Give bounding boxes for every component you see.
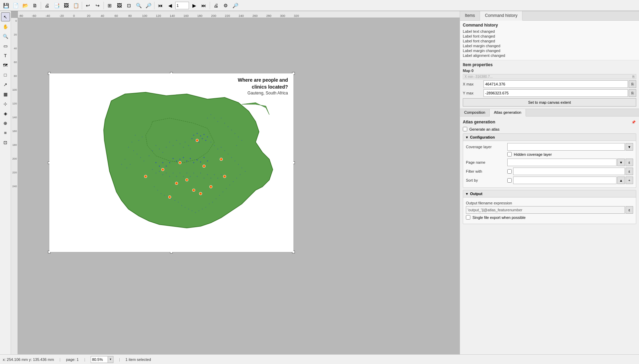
page-name-expr-btn[interactable]: ε [626,159,633,166]
print-button[interactable]: 🖨 [42,1,51,10]
filter-with-input[interactable] [513,168,625,175]
save-as-button[interactable]: 🗎 [30,1,39,10]
hidden-coverage-label[interactable]: Hidden coverage layer [514,152,552,156]
ruler-mark: 0 [73,14,75,18]
zoom-tool-button[interactable]: 🔍 [1,32,10,41]
coverage-layer-input[interactable] [507,143,625,151]
x-max-copy-btn[interactable]: ⎘ [629,80,636,88]
x-max-input[interactable] [483,80,628,88]
output-filename-label: Output filename expression [466,201,633,205]
atlas-pin-button[interactable]: 📌 [631,119,636,125]
svg-point-15 [180,143,180,144]
atlas-prev-button[interactable]: ◀ [166,1,174,10]
svg-point-134 [238,136,239,137]
map-frame[interactable]: Where are people and clinics located? Ga… [49,73,294,252]
add-label-button[interactable]: T [1,51,10,60]
atlas-settings-button[interactable]: ⚙ [221,1,230,10]
group-button[interactable]: ⊡ [1,138,10,147]
map-canvas[interactable]: Where are people and clinics located? Ga… [18,18,460,354]
zoom-out-button[interactable]: 🔎 [144,1,153,10]
atlas-generation-tab[interactable]: Atlas generation [490,109,526,117]
coverage-layer-dropdown-btn[interactable]: ▼ [626,143,633,151]
svg-point-41 [169,162,170,163]
sort-up-btn[interactable]: ▲ [617,176,625,184]
svg-point-76 [144,175,147,178]
add-shape-button[interactable]: □ [1,70,10,79]
hidden-coverage-checkbox[interactable] [507,152,512,156]
export-svg-button[interactable]: 📋 [71,1,80,10]
output-body: Output filename expression ε Single file… [463,198,636,224]
canvas-area[interactable]: -80 -60 -40 -20 0 20 40 60 80 100 120 14… [11,11,460,354]
sort-by-checkbox[interactable] [507,178,512,183]
cmd-item-1[interactable]: Label font changed [463,34,636,39]
page-name-input[interactable] [507,159,617,166]
items-tab[interactable]: Items [460,11,480,20]
filter-with-checkbox[interactable] [507,169,512,174]
output-filename-input[interactable] [466,206,625,214]
save-button[interactable]: 💾 [1,1,10,10]
single-file-label[interactable]: Single file export when possible [472,215,526,220]
zoom-arrow-btn[interactable]: ▼ [108,356,113,363]
edit-nodes-button[interactable]: ◈ [1,109,10,118]
redo-button[interactable]: ↪ [93,1,102,10]
generate-atlas-label[interactable]: Generate an atlas [469,127,499,131]
sort-down-btn[interactable]: + [626,176,633,184]
cmd-item-5[interactable]: Label alignment changed [463,53,636,58]
zoom-in-button[interactable]: 🔍 [134,1,143,10]
x-min-copy-btn[interactable]: ⎘ [632,75,635,79]
zoom-full-button[interactable]: ⊡ [124,1,133,10]
svg-point-40 [207,161,208,162]
open-button[interactable]: 📂 [21,1,30,10]
single-file-checkbox[interactable] [466,215,470,220]
add-map-item-button[interactable]: 🗺 [1,61,10,70]
print2-button[interactable]: 🖨 [211,1,220,10]
svg-point-136 [236,145,237,146]
composition-tab[interactable]: Composition [460,109,490,116]
output-header[interactable]: ▼ Output [463,190,636,198]
svg-point-45 [156,162,157,163]
cmd-item-0[interactable]: Label text changed [463,29,636,34]
cmd-item-3[interactable]: Label margin changed [463,43,636,48]
atlas-next-button[interactable]: ▶ [190,1,199,10]
ruler-mark: 240 [239,14,244,18]
y-max-copy-btn[interactable]: ⎘ [629,89,636,97]
output-filename-expr-btn[interactable]: ε [626,206,633,214]
cmd-item-2[interactable]: Label font changed [463,39,636,43]
export-pdf-button[interactable]: 📑 [52,1,61,10]
undo-button[interactable]: ↩ [83,1,92,10]
add-arrow-button[interactable]: ↗ [1,80,10,89]
ruler-v-mark: 140 [12,116,17,119]
command-history-tab[interactable]: Command history [480,11,522,21]
filter-expr-btn[interactable]: ε [626,168,633,175]
configuration-header[interactable]: ▼ Configuration [463,134,636,141]
ruler-mark: 40 [101,14,104,18]
y-max-input[interactable] [483,89,628,97]
options-button[interactable]: ≡ [1,128,10,137]
generate-atlas-checkbox[interactable] [463,127,467,131]
page-name-dropdown-btn[interactable]: ▼ [617,159,625,166]
svg-point-131 [228,126,228,127]
cmd-item-4[interactable]: Label margin changed [463,48,636,53]
sort-by-input[interactable] [513,176,617,184]
frame-select-button[interactable]: ▭ [1,41,10,50]
add-table-button[interactable]: ▦ [1,90,10,99]
zoom-input[interactable] [91,356,108,363]
page-number-input[interactable] [175,2,189,9]
add-map-button[interactable]: ⊞ [105,1,114,10]
svg-point-87 [140,157,141,158]
export-img-button[interactable]: 🖼 [62,1,71,10]
set-canvas-extent-button[interactable]: Set to map canvas extent [463,98,636,107]
atlas-button[interactable]: ⊕ [1,119,10,128]
add-img-button[interactable]: 🖼 [115,1,124,10]
svg-point-53 [176,176,177,177]
new-button[interactable]: 📄 [11,1,20,10]
select-tool-button[interactable]: ↖ [1,12,10,21]
ruler-vertical: 0 20 40 60 80 100 120 140 160 180 200 22… [11,18,18,354]
svg-point-123 [157,190,158,191]
inspector-button[interactable]: 🔎 [231,1,240,10]
move-content-button[interactable]: ⊹ [1,99,10,108]
pan-tool-button[interactable]: ✋ [1,22,10,31]
atlas-first-button[interactable]: ⏮ [156,1,165,10]
config-arrow-icon: ▼ [465,135,469,139]
atlas-last-button[interactable]: ⏭ [199,1,208,10]
